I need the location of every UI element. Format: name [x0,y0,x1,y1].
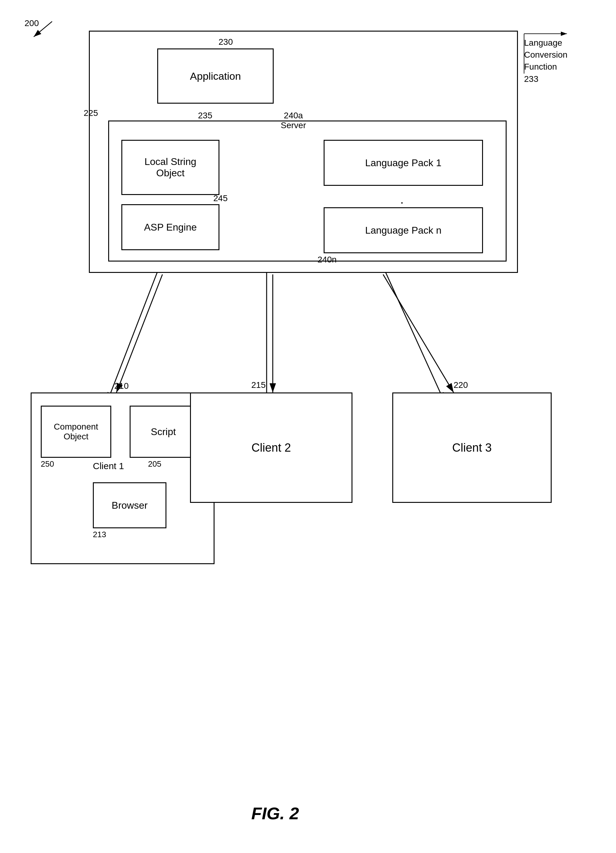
client2-label: Client 2 [251,441,291,454]
script-box: Script [130,406,197,458]
client2-box: Client 2 [190,393,353,503]
ref-250: 250 [41,459,54,469]
component-object-box: ComponentObject [41,406,111,458]
client3-box: Client 3 [392,393,552,503]
ref-210: 210 [114,381,129,391]
component-object-label: ComponentObject [54,422,98,442]
diagram: 200 230 Application 225 235 240aServer L… [0,0,616,853]
svg-line-13 [383,275,454,393]
script-label: Script [151,426,176,437]
browser-box: Browser [93,482,166,528]
client3-label: Client 3 [453,441,492,454]
ref-220: 220 [454,380,468,390]
ref-213: 213 [93,530,106,539]
browser-label: Browser [112,500,147,511]
client1-outer-box: 210 ComponentObject 250 Script 205 Clien… [31,393,215,564]
ref-215: 215 [251,380,266,390]
figure-label: FIG. 2 [251,803,299,823]
ref-205: 205 [148,459,161,469]
svg-line-11 [117,275,162,393]
client1-label: Client 1 [93,461,124,471]
